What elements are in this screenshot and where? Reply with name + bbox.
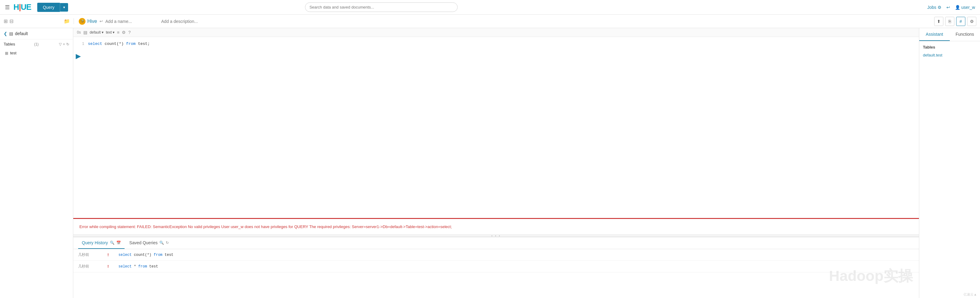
history-time-1: 几秒前	[78, 252, 103, 257]
sidebar-tables-label: Tables	[4, 42, 15, 46]
bottom-panel: Query History 🔍 📅 Saved Queries 🔍 ↻ 几秒前 …	[73, 237, 919, 298]
editor-area: 0s ▤ default ▾ text ▾ ≡ ⚙ ? ▶ 1	[73, 28, 919, 298]
code-content-1: select count(*) from test;	[88, 41, 150, 47]
editor-desc-input[interactable]	[161, 19, 222, 24]
right-panel: Assistant Functions Tables default.test	[919, 28, 980, 298]
hamburger-icon[interactable]: ☰	[5, 4, 10, 11]
tab-assistant[interactable]: Assistant	[919, 28, 950, 41]
sidebar-back-button[interactable]: ❮	[4, 31, 7, 36]
history-row-1[interactable]: 几秒前 ! select count(*) from test	[73, 249, 919, 261]
refresh-tables-icon[interactable]: ↻	[66, 42, 69, 46]
tab-saved-queries[interactable]: Saved Queries 🔍 ↻	[126, 237, 173, 249]
search-bar	[305, 2, 458, 12]
settings-button[interactable]: ⚙	[967, 17, 976, 26]
history-nav-icon[interactable]: ↩	[947, 5, 950, 10]
history-query-1: select count(*) from test	[118, 253, 173, 257]
jobs-nav-item[interactable]: Jobs ⚙	[927, 5, 942, 10]
sub-toolbar-right: ⬆ ⎘ # ⚙	[934, 17, 976, 26]
help-icon[interactable]: ?	[128, 30, 130, 35]
sidebar-db-header: ❮ ▤ default	[0, 28, 73, 39]
filter-tables-icon[interactable]: ▽	[59, 42, 62, 46]
left-sidebar: ❮ ▤ default Tables (1) ▽ + ↻ ▦ test	[0, 28, 73, 298]
keyword-select: select	[88, 41, 102, 46]
jobs-filter-icon: ⚙	[937, 5, 942, 10]
history-calendar-icon[interactable]: 📅	[116, 241, 121, 245]
jobs-label: Jobs	[927, 5, 936, 10]
fn-count-1: count(*)	[134, 253, 154, 257]
editor-toolbar: 0s ▤ default ▾ text ▾ ≡ ⚙ ?	[73, 28, 919, 37]
sub-toolbar: ⊞ ⊟ 📁 🐝 Hive ↩ ⬆ ⎘ # ⚙	[0, 15, 980, 28]
copy-doc-button[interactable]: ⎘	[945, 17, 955, 26]
sidebar-table-actions: ▽ + ↻	[59, 42, 69, 46]
search-input[interactable]	[305, 2, 458, 12]
kw-from-1: from	[154, 253, 162, 257]
saved-queries-label: Saved Queries	[129, 240, 158, 245]
star-ref-2: *	[134, 265, 138, 269]
history-row-2[interactable]: 几秒前 ! select * from test	[73, 261, 919, 273]
logo-h: H	[13, 2, 19, 12]
table-icon: ▦	[5, 51, 8, 55]
run-button[interactable]: ▶	[76, 52, 81, 60]
text-selector[interactable]: text ▾	[106, 30, 115, 35]
db-icon-sm: ▤	[83, 30, 88, 35]
right-table-item-0[interactable]: default.test	[923, 52, 976, 58]
error-message: Error while compiling statement: FAILED:…	[80, 224, 913, 230]
history-query-2: select * from test	[118, 265, 158, 269]
hive-label-text: Hive	[88, 19, 97, 24]
query-main-button[interactable]: Query	[37, 3, 60, 12]
line-number-1: 1	[77, 41, 84, 47]
table-ref-1: test	[165, 253, 173, 257]
saved-refresh-icon[interactable]: ↻	[166, 241, 169, 245]
query-button-group: Query ▾	[37, 3, 68, 12]
hive-editor-label: 🐝 Hive	[79, 18, 97, 25]
db-selector-label: default	[90, 30, 101, 35]
app-logo[interactable]: H|UE	[13, 2, 31, 12]
db-selector[interactable]: default ▾	[90, 30, 103, 35]
editor-history-icon[interactable]: ↩	[100, 19, 103, 24]
tag-button[interactable]: #	[956, 17, 965, 26]
saved-search-icon[interactable]: 🔍	[159, 241, 164, 245]
sidebar-db-name: default	[15, 31, 28, 36]
right-panel-tabs: Assistant Functions	[919, 28, 980, 41]
tab-functions[interactable]: Functions	[950, 28, 980, 41]
sub-toolbar-center: 🐝 Hive ↩	[76, 18, 932, 25]
bottom-content: 几秒前 ! select count(*) from test 几秒前 !	[73, 249, 919, 295]
editor-settings-icon[interactable]: ⚙	[122, 30, 126, 35]
table-ref-2: test	[149, 265, 158, 269]
kw-from-2: from	[138, 265, 147, 269]
editor-toolbar-left: 0s ▤ default ▾ text ▾ ≡ ⚙ ?	[77, 30, 130, 35]
query-caret-button[interactable]: ▾	[60, 3, 68, 11]
code-editor[interactable]: 1 select count(*) from test;	[73, 37, 919, 218]
right-panel-content: Tables default.test	[919, 41, 980, 298]
db-selector-caret: ▾	[102, 30, 103, 35]
history-search-icon[interactable]: 🔍	[110, 241, 115, 245]
text-selector-label: text	[106, 30, 112, 35]
navbar: ☰ H|UE Query ▾ Jobs ⚙ ↩ 👤 user_w	[0, 0, 980, 15]
main-layout: ❮ ▤ default Tables (1) ▽ + ↻ ▦ test 0s ▤	[0, 28, 980, 298]
folder-icon[interactable]: 📁	[64, 18, 70, 24]
right-tables-title: Tables	[923, 45, 976, 49]
kw-select-1: select	[118, 253, 132, 257]
keyword-from: from	[126, 41, 135, 46]
save-doc-button[interactable]: ⬆	[934, 17, 943, 26]
resize-handle[interactable]: • • •	[73, 234, 919, 237]
copy-files-icon[interactable]: ⊞	[4, 18, 8, 24]
history-status-2: !	[107, 264, 114, 269]
sidebar-tables-count: (1)	[34, 42, 39, 46]
shared-files-icon[interactable]: ⊟	[10, 18, 13, 24]
user-nav-item[interactable]: 👤 user_w	[955, 5, 975, 10]
sidebar-tables-header: Tables (1) ▽ + ↻	[0, 39, 73, 49]
table-row[interactable]: ▦ test	[0, 49, 73, 57]
query-history-label: Query History	[82, 240, 108, 245]
sidebar-db-icon: ▤	[9, 31, 13, 36]
format-icon[interactable]: ≡	[117, 30, 119, 35]
execution-time: 0s	[77, 30, 81, 35]
sub-toolbar-left: ⊞ ⊟ 📁	[4, 18, 74, 24]
editor-name-input[interactable]	[105, 19, 159, 24]
text-selector-caret: ▾	[113, 30, 115, 35]
history-time-2: 几秒前	[78, 264, 103, 269]
tab-query-history[interactable]: Query History 🔍 📅	[78, 237, 124, 249]
code-table-ref: test;	[138, 41, 150, 46]
code-line-1: 1 select count(*) from test;	[73, 41, 919, 47]
add-table-icon[interactable]: +	[63, 42, 65, 46]
